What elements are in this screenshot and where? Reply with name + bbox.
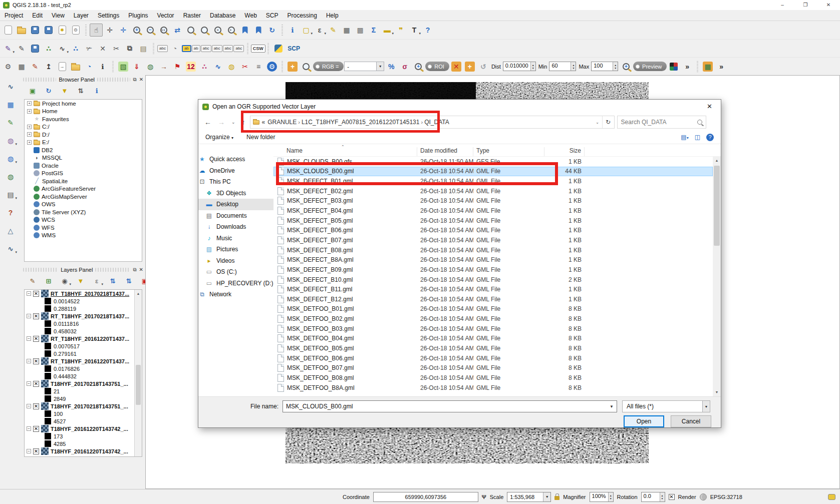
cut-features-button[interactable]: ✂ [110, 42, 123, 55]
panel-grip[interactable] [23, 268, 58, 272]
file-row[interactable]: MSK_DEFECT_B08.gml 26-Oct-18 10:54 AM GM… [273, 245, 713, 255]
file-row[interactable]: MSK_DEFECT_B8A.gml 26-Oct-18 10:54 AM GM… [273, 255, 713, 265]
sidebar-place-item[interactable]: ⧉ Network [198, 289, 273, 300]
rotate-label-button[interactable]: abc [223, 45, 233, 52]
composer-manager-button[interactable]: ⚙ [69, 24, 82, 37]
browser-tree-item[interactable]: WFS [25, 224, 142, 232]
scp-clip-button[interactable]: ✂ [238, 60, 251, 73]
scp-spectral-plot-button[interactable]: ∿ [211, 60, 224, 73]
new-print-composer-button[interactable]: ✱ [56, 24, 69, 37]
globe-time-button[interactable]: ◔ [83, 60, 96, 73]
collapse-icon[interactable]: − [27, 314, 31, 318]
rail-polyline-tool[interactable]: ∿ ▾ [4, 242, 17, 255]
expand-icon[interactable]: + [27, 101, 32, 106]
float-panel-icon[interactable]: ⧉ [133, 267, 136, 272]
label-toolbar-button[interactable]: abc [157, 45, 168, 52]
label-visibility-button[interactable]: abc [201, 45, 211, 52]
chevron-down-icon[interactable]: ▼ [607, 401, 617, 412]
epsg-status[interactable]: EPSG:32718 [710, 494, 742, 500]
filter-browser-button[interactable]: ▼ [58, 84, 71, 97]
zoom-last-tool[interactable] [211, 24, 224, 37]
open-button[interactable]: Open [624, 415, 664, 427]
upload-button[interactable]: ↥ [42, 60, 55, 73]
sidebar-place-item[interactable]: ❖ 3D Objects [198, 188, 273, 199]
column-header-name[interactable]: Name [273, 147, 417, 156]
preview-toggle[interactable]: Preview [633, 62, 667, 71]
collapse-icon[interactable]: − [27, 381, 31, 386]
scp-globe-tools-button[interactable]: ◍ [144, 60, 157, 73]
scp-rgb-search-button[interactable] [300, 60, 313, 73]
browser-tree-item[interactable]: + D:/ [25, 131, 142, 139]
layer-checkbox[interactable]: ✕ [33, 426, 39, 432]
forward-button[interactable]: → [216, 118, 227, 126]
rail-grid-tool[interactable]: ▦ [4, 98, 17, 111]
layer-row[interactable]: − ✕ RT_T18HYF_20161220T1437... [25, 357, 142, 365]
scp-preview-zoom-button[interactable] [620, 60, 633, 73]
scroll-up-icon[interactable]: ▲ [713, 157, 721, 165]
raster-table-button[interactable]: ▩ [354, 24, 367, 37]
browser-tree-item[interactable]: + C:/ [25, 123, 142, 131]
show-bookmarks-button[interactable] [252, 24, 265, 37]
export-page-button[interactable]: → [56, 60, 69, 73]
close-button[interactable]: ✕ [817, 0, 840, 10]
browser-tree-item[interactable]: OWS [25, 201, 142, 209]
browser-tree-item[interactable]: ╱ SpatiaLite [25, 177, 142, 185]
history-dropdown-icon[interactable]: ⌄ [229, 120, 237, 125]
zoom-full-extent-tool[interactable]: ⇄ [171, 24, 184, 37]
collapse-icon[interactable]: − [27, 449, 31, 453]
raster-grid-button[interactable]: ▦ [701, 60, 714, 73]
collapse-icon[interactable]: − [27, 291, 31, 296]
select-by-expression-tool[interactable]: ε ▾ [313, 24, 326, 37]
scp-import-button[interactable]: → [157, 60, 170, 73]
layer-checkbox[interactable]: ✕ [33, 403, 39, 409]
open-project-button[interactable] [15, 24, 28, 37]
dialog-close-button[interactable]: ✕ [698, 100, 721, 114]
column-header-date[interactable]: Date modified [417, 147, 473, 156]
column-header-type[interactable]: Type [473, 147, 544, 156]
highlight-labels-button[interactable]: ab [192, 45, 200, 52]
measure-tool[interactable]: ▬ ▾ [381, 24, 394, 37]
roi-toggle[interactable]: ROI [425, 62, 449, 71]
manage-visibility-button[interactable]: ◉ ▾ [58, 274, 71, 287]
file-list-scrollbar[interactable]: ▲ ▼ [713, 157, 721, 396]
zoom-to-selection-tool[interactable] [198, 24, 211, 37]
file-row[interactable]: MSK_DETFOO_B08.gml 26-Oct-18 10:54 AM GM… [273, 373, 713, 383]
add-selected-layer-button[interactable]: ▣ [26, 84, 39, 97]
browser-tree-item[interactable]: ◗ MSSQL [25, 154, 142, 162]
scp-undo-button[interactable]: ↺ [477, 60, 490, 73]
scp-sigma-button[interactable]: σ [398, 60, 411, 73]
scp-scatter-plot-button[interactable]: ∴ [198, 60, 211, 73]
scp-add-bandset-button[interactable]: + [286, 60, 299, 73]
scp-list-button[interactable]: ≡ [252, 60, 265, 73]
filter-expression-button[interactable]: ε ▾ [90, 274, 103, 287]
panel-grip[interactable] [97, 78, 130, 82]
zoom-to-layer-tool[interactable] [184, 24, 197, 37]
new-folder-button[interactable]: New folder [246, 134, 275, 141]
browser-tree-item[interactable]: ★ Favourites [25, 115, 142, 123]
file-row[interactable]: MSK_DEFECT_B03.gml 26-Oct-18 10:54 AM GM… [273, 196, 713, 206]
file-row[interactable]: MSK_DEFECT_B11.gml 26-Oct-18 10:54 AM GM… [273, 284, 713, 294]
sidebar-place-item[interactable]: ▬ Desktop [198, 199, 273, 210]
file-row[interactable]: MSK_DETFOO_B02.gml 26-Oct-18 10:54 AM GM… [273, 314, 713, 324]
sidebar-place-item[interactable]: ★ Quick access [198, 154, 273, 165]
rail-polygon-tool[interactable]: △ [4, 224, 17, 237]
table-grid-button[interactable]: ▦ [15, 60, 28, 73]
lock-scale-icon[interactable] [554, 496, 559, 500]
roi-delete-button[interactable]: ✕ [450, 60, 463, 73]
menu-item[interactable]: View [47, 11, 69, 20]
dist-field[interactable]: Dist0.010000▲▼ [491, 62, 536, 71]
address-dropdown-icon[interactable]: ⌄ [593, 120, 602, 125]
rail-pen-tool[interactable]: ✎ [4, 116, 17, 129]
layer-checkbox[interactable]: ✕ [33, 358, 39, 364]
save-layer-edits-button[interactable] [29, 42, 42, 55]
sidebar-place-item[interactable]: ▭ HP_RECOVERY (D:) [198, 278, 273, 289]
file-row[interactable]: MSK_DETFOO_B04.gml 26-Oct-18 10:54 AM GM… [273, 334, 713, 344]
browser-tree-item[interactable]: ArcGisFeatureServer [25, 185, 142, 193]
layer-checkbox[interactable]: ✕ [33, 336, 39, 342]
file-row[interactable]: MSK_DETFOO_B05.gml 26-Oct-18 10:54 AM GM… [273, 343, 713, 353]
move-label-button[interactable]: abc [212, 45, 222, 52]
diagram-button[interactable]: ◔ [168, 42, 181, 55]
browser-tree-item[interactable]: DB2 [25, 146, 142, 154]
rgb-toggle[interactable]: RGB = [313, 62, 344, 71]
browser-tree-item[interactable]: WCS [25, 216, 142, 224]
